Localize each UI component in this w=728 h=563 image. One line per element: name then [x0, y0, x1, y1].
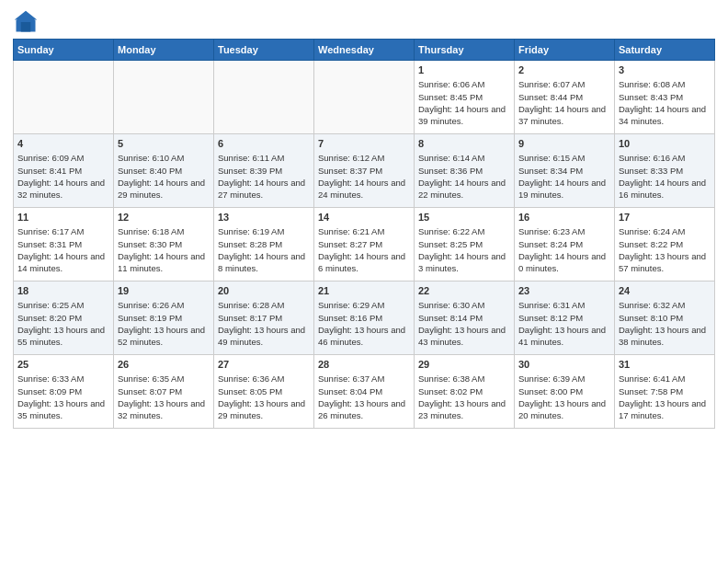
day-info-line: Sunrise: 6:36 AM [218, 373, 310, 385]
day-info-line: Daylight: 13 hours and 26 minutes. [318, 397, 410, 422]
day-info-line: Sunset: 8:31 PM [17, 238, 109, 250]
day-info-line: Sunrise: 6:33 AM [17, 373, 109, 385]
day-cell: 28Sunrise: 6:37 AMSunset: 8:04 PMDayligh… [314, 355, 415, 429]
day-header-saturday: Saturday [615, 40, 715, 61]
day-number: 28 [318, 358, 410, 372]
day-header-monday: Monday [114, 40, 214, 61]
day-cell: 5Sunrise: 6:10 AMSunset: 8:40 PMDaylight… [114, 134, 214, 208]
day-number: 20 [218, 284, 310, 298]
day-info-line: Sunset: 8:17 PM [218, 312, 310, 324]
day-info-line: Sunset: 8:30 PM [118, 238, 210, 250]
day-info-line: Sunrise: 6:32 AM [619, 299, 711, 311]
day-cell: 21Sunrise: 6:29 AMSunset: 8:16 PMDayligh… [314, 282, 415, 355]
day-header-tuesday: Tuesday [214, 40, 314, 61]
week-row-1: 1Sunrise: 6:06 AMSunset: 8:45 PMDaylight… [14, 61, 715, 134]
header-row [13, 9, 715, 35]
day-info-line: Daylight: 13 hours and 20 minutes. [518, 397, 610, 422]
day-number: 13 [218, 211, 310, 224]
day-cell: 1Sunrise: 6:06 AMSunset: 8:45 PMDaylight… [415, 61, 515, 134]
day-info-line: Sunset: 8:09 PM [17, 385, 109, 397]
logo-icon [13, 9, 39, 35]
day-number: 9 [518, 137, 610, 151]
day-info-line: Daylight: 13 hours and 17 minutes. [619, 397, 711, 422]
week-row-4: 18Sunrise: 6:25 AMSunset: 8:20 PMDayligh… [14, 282, 715, 355]
day-number: 24 [619, 284, 711, 298]
day-info-line: Daylight: 14 hours and 0 minutes. [518, 250, 610, 275]
day-number: 3 [619, 63, 711, 77]
day-cell: 11Sunrise: 6:17 AMSunset: 8:31 PMDayligh… [14, 208, 114, 282]
day-info-line: Sunset: 8:43 PM [619, 91, 711, 103]
days-header-row: SundayMondayTuesdayWednesdayThursdayFrid… [14, 40, 715, 61]
day-info-line: Sunrise: 6:38 AM [418, 373, 510, 385]
day-info-line: Sunset: 8:36 PM [418, 165, 510, 177]
day-info-line: Daylight: 13 hours and 35 minutes. [17, 397, 109, 422]
day-cell: 17Sunrise: 6:24 AMSunset: 8:22 PMDayligh… [615, 208, 715, 282]
day-info-line: Daylight: 13 hours and 46 minutes. [318, 324, 410, 349]
day-number: 2 [518, 63, 610, 77]
day-info-line: Daylight: 14 hours and 16 minutes. [619, 177, 711, 201]
day-number: 27 [218, 358, 310, 372]
day-info-line: Sunset: 8:44 PM [518, 91, 610, 103]
day-info-line: Daylight: 14 hours and 37 minutes. [518, 103, 610, 128]
day-cell: 30Sunrise: 6:39 AMSunset: 8:00 PMDayligh… [515, 355, 615, 429]
day-number: 11 [17, 211, 109, 224]
day-cell: 4Sunrise: 6:09 AMSunset: 8:41 PMDaylight… [14, 134, 114, 208]
day-info-line: Sunset: 8:19 PM [118, 312, 210, 324]
day-cell: 14Sunrise: 6:21 AMSunset: 8:27 PMDayligh… [314, 208, 415, 282]
day-info-line: Daylight: 14 hours and 22 minutes. [418, 177, 510, 201]
day-number: 29 [418, 358, 510, 372]
day-info-line: Sunrise: 6:23 AM [518, 225, 610, 237]
day-cell: 23Sunrise: 6:31 AMSunset: 8:12 PMDayligh… [515, 282, 615, 355]
day-number: 17 [619, 211, 711, 224]
day-cell [214, 61, 314, 134]
day-info-line: Daylight: 14 hours and 11 minutes. [118, 250, 210, 275]
day-number: 16 [518, 211, 610, 224]
day-cell: 8Sunrise: 6:14 AMSunset: 8:36 PMDaylight… [415, 134, 515, 208]
day-info-line: Sunset: 8:40 PM [118, 165, 210, 177]
day-cell [114, 61, 214, 134]
day-info-line: Sunset: 8:24 PM [518, 238, 610, 250]
day-info-line: Sunrise: 6:25 AM [17, 299, 109, 311]
day-info-line: Daylight: 13 hours and 52 minutes. [118, 324, 210, 349]
day-info-line: Sunrise: 6:24 AM [619, 225, 711, 237]
day-info-line: Sunrise: 6:22 AM [418, 225, 510, 237]
day-info-line: Sunset: 8:22 PM [619, 238, 711, 250]
day-info-line: Sunset: 8:33 PM [619, 165, 711, 177]
week-row-5: 25Sunrise: 6:33 AMSunset: 8:09 PMDayligh… [14, 355, 715, 429]
day-cell: 12Sunrise: 6:18 AMSunset: 8:30 PMDayligh… [114, 208, 214, 282]
day-cell: 19Sunrise: 6:26 AMSunset: 8:19 PMDayligh… [114, 282, 214, 355]
day-number: 8 [418, 137, 510, 151]
day-info-line: Sunset: 8:25 PM [418, 238, 510, 250]
day-info-line: Sunset: 8:00 PM [518, 385, 610, 397]
day-number: 18 [17, 284, 109, 298]
day-cell: 25Sunrise: 6:33 AMSunset: 8:09 PMDayligh… [14, 355, 114, 429]
day-cell: 9Sunrise: 6:15 AMSunset: 8:34 PMDaylight… [515, 134, 615, 208]
day-header-sunday: Sunday [14, 40, 114, 61]
day-number: 26 [118, 358, 210, 372]
day-info-line: Sunrise: 6:31 AM [518, 299, 610, 311]
day-number: 12 [118, 211, 210, 224]
day-info-line: Sunset: 8:07 PM [118, 385, 210, 397]
day-info-line: Sunrise: 6:10 AM [118, 152, 210, 164]
day-info-line: Daylight: 13 hours and 43 minutes. [418, 324, 510, 349]
day-info-line: Daylight: 14 hours and 24 minutes. [318, 177, 410, 201]
day-cell: 27Sunrise: 6:36 AMSunset: 8:05 PMDayligh… [214, 355, 314, 429]
day-info-line: Sunset: 8:16 PM [318, 312, 410, 324]
day-info-line: Sunrise: 6:16 AM [619, 152, 711, 164]
day-info-line: Sunrise: 6:15 AM [518, 152, 610, 164]
day-info-line: Sunset: 8:41 PM [17, 165, 109, 177]
day-info-line: Sunrise: 6:28 AM [218, 299, 310, 311]
day-info-line: Sunrise: 6:29 AM [318, 299, 410, 311]
day-cell: 29Sunrise: 6:38 AMSunset: 8:02 PMDayligh… [415, 355, 515, 429]
day-info-line: Sunrise: 6:14 AM [418, 152, 510, 164]
day-info-line: Daylight: 14 hours and 3 minutes. [418, 250, 510, 275]
day-cell: 10Sunrise: 6:16 AMSunset: 8:33 PMDayligh… [615, 134, 715, 208]
day-number: 15 [418, 211, 510, 224]
day-cell: 18Sunrise: 6:25 AMSunset: 8:20 PMDayligh… [14, 282, 114, 355]
day-info-line: Daylight: 14 hours and 19 minutes. [518, 177, 610, 201]
day-cell [14, 61, 114, 134]
day-cell: 31Sunrise: 6:41 AMSunset: 7:58 PMDayligh… [615, 355, 715, 429]
day-info-line: Daylight: 14 hours and 39 minutes. [418, 103, 510, 128]
day-info-line: Sunrise: 6:35 AM [118, 373, 210, 385]
day-number: 23 [518, 284, 610, 298]
